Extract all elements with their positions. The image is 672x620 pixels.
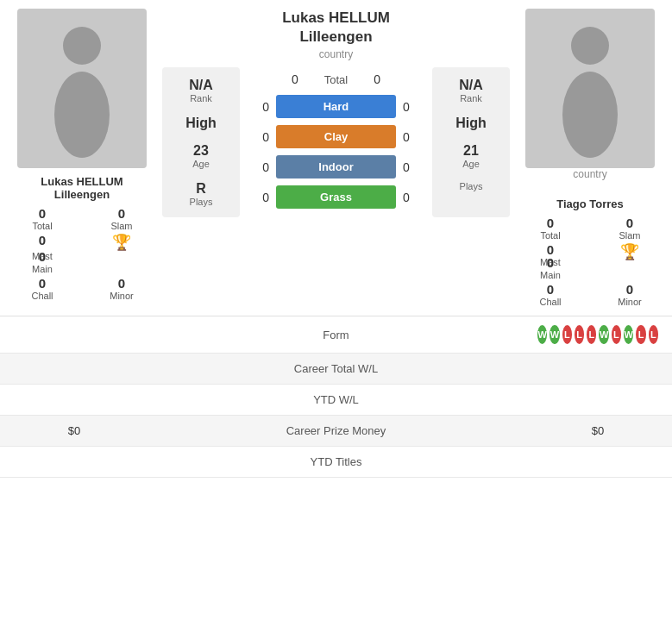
court-indoor-badge: Indoor	[276, 155, 396, 178]
center-panel: Lukas HELLUM Lilleengen country N/A Rank…	[162, 9, 510, 307]
ytd-titles-label: YTD Titles	[135, 455, 537, 468]
form-badge: W	[550, 325, 559, 344]
form-badge: W	[599, 325, 608, 344]
form-row: Form WWLLLWLWLL	[0, 316, 672, 354]
ytd-wl-row: YTD W/L	[0, 385, 672, 416]
form-badge: L	[575, 325, 584, 344]
player1-main: 0 Main	[9, 249, 76, 274]
court-row-clay: 0 Clay 0	[245, 122, 427, 152]
form-badge: L	[587, 325, 596, 344]
match-stats: N/A Rank High 23 Age R Plays 0	[162, 67, 510, 217]
form-badges-right: WWLLLWLWLL	[537, 325, 658, 344]
prize-money-right: $0	[537, 424, 658, 437]
form-badge: L	[636, 325, 645, 344]
player1-photo	[17, 9, 147, 168]
left-rank: N/A Rank	[189, 78, 213, 103]
total-row: 0 Total 0	[245, 67, 427, 91]
right-plays: Plays	[460, 181, 483, 191]
career-total-label: Career Total W/L	[135, 362, 537, 375]
court-row-hard: 0 Hard 0	[245, 91, 427, 122]
court-row-indoor: 0 Indoor 0	[245, 152, 427, 182]
prize-money-row: $0 Career Prize Money $0	[0, 416, 672, 447]
court-clay-badge: Clay	[276, 125, 396, 148]
player2-stats: 0 Total 0 Slam 0 Mast 🏆 0 Main 0 Chall	[517, 216, 663, 307]
player2-total: 0 Total	[517, 216, 584, 241]
career-total-row: Career Total W/L	[0, 354, 672, 385]
player1-country: country	[319, 48, 353, 60]
left-high: High	[185, 116, 217, 131]
right-rank: N/A Rank	[459, 78, 483, 103]
player1-chall: 0 Chall	[9, 276, 76, 301]
prize-money-left: $0	[14, 424, 135, 437]
trophy-icon-1: 🏆	[112, 233, 131, 252]
form-label: Form	[135, 329, 537, 341]
trophy-icon-2: 🏆	[620, 242, 639, 261]
ytd-titles-row: YTD Titles	[0, 447, 672, 478]
player2-photo	[525, 9, 655, 168]
player1-stats: 0 Total 0 Slam 0 Mast 🏆 0 Main 0 Chall	[9, 206, 155, 301]
right-high: High	[455, 116, 487, 131]
player1-card: Lukas HELLUM Lilleengen 0 Total 0 Slam 0…	[9, 9, 155, 307]
form-badge: W	[624, 325, 633, 344]
summary-section: Form WWLLLWLWLL Career Total W/L YTD W/L…	[0, 316, 672, 478]
form-badge: L	[562, 325, 572, 344]
player1-slam: 0 Slam	[88, 206, 155, 231]
prize-money-label: Career Prize Money	[135, 424, 537, 437]
player2-country-top: country	[573, 168, 606, 180]
court-rows: 0 Total 0 0 Hard 0 0 Clay 0 0 Indoor	[245, 67, 427, 217]
player1-minor: 0 Minor	[88, 276, 155, 301]
left-stats-box: N/A Rank High 23 Age R Plays	[162, 67, 240, 217]
court-hard-badge: Hard	[276, 95, 396, 118]
court-row-grass: 0 Grass 0	[245, 182, 427, 212]
left-age: 23 Age	[192, 143, 210, 169]
player2-name: Tiago Torres	[556, 197, 624, 210]
form-badge: L	[649, 325, 658, 344]
player1-header-name: Lukas HELLUM Lilleengen	[282, 9, 390, 47]
player1-total: 0 Total	[9, 206, 76, 231]
player2-minor: 0 Minor	[596, 282, 663, 307]
svg-point-1	[54, 72, 110, 158]
ytd-wl-label: YTD W/L	[135, 393, 537, 406]
form-badge: L	[612, 325, 621, 344]
player2-slam: 0 Slam	[596, 216, 663, 241]
top-section: Lukas HELLUM Lilleengen 0 Total 0 Slam 0…	[0, 0, 672, 316]
form-badge: W	[537, 325, 547, 344]
player2-main: 0 Main	[517, 255, 584, 280]
svg-point-3	[562, 72, 618, 158]
svg-point-2	[571, 27, 609, 65]
svg-point-0	[63, 27, 101, 65]
player2-card: country Tiago Torres 0 Total 0 Slam 0 Ma…	[517, 9, 663, 307]
player1-name: Lukas HELLUM Lilleengen	[41, 175, 122, 201]
player2-chall: 0 Chall	[517, 282, 584, 307]
right-stats-box: N/A Rank High 21 Age Plays	[432, 67, 510, 217]
right-age: 21 Age	[462, 143, 480, 169]
court-grass-badge: Grass	[276, 185, 396, 209]
left-plays: R Plays	[190, 181, 213, 207]
